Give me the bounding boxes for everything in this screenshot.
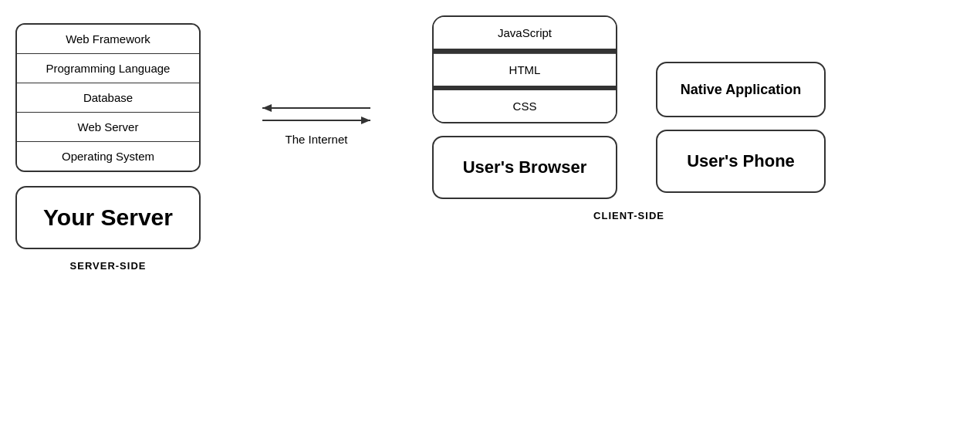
double-arrow-icon [255,100,378,128]
server-stack: Web Framework Programming Language Datab… [15,23,201,172]
internet-section: The Internet [239,100,394,146]
client-section-label: CLIENT-SIDE [432,210,826,221]
server-section-label: SERVER-SIDE [70,260,147,272]
users-browser-label: User's Browser [463,157,587,177]
native-app-box: Native Application [656,62,826,117]
browser-stack: JavaScript HTML CSS [432,15,617,123]
html-item: HTML [434,53,616,87]
client-side-section: JavaScript HTML CSS User's Browser Nativ… [432,15,826,221]
operating-system-item: Operating System [17,142,199,171]
client-columns: JavaScript HTML CSS User's Browser Nativ… [432,15,826,199]
phone-column: Native Application User's Phone [656,15,826,193]
programming-language-item: Programming Language [17,54,199,83]
css-item: CSS [434,90,616,122]
browser-column: JavaScript HTML CSS User's Browser [432,15,617,199]
web-framework-item: Web Framework [17,25,199,54]
web-server-item: Web Server [17,113,199,142]
svg-marker-1 [262,104,272,112]
server-side-section: Web Framework Programming Language Datab… [15,23,201,272]
arrow-container: The Internet [255,100,378,146]
diagram-container: Web Framework Programming Language Datab… [0,0,980,446]
users-phone-box: User's Phone [656,130,826,193]
users-phone-label: User's Phone [687,151,795,171]
javascript-item: JavaScript [434,17,616,50]
native-app-label: Native Application [681,82,801,98]
users-browser-box: User's Browser [432,136,617,199]
svg-marker-3 [361,117,370,124]
internet-label: The Internet [286,133,348,146]
database-item: Database [17,83,199,113]
your-server-box: Your Server [15,186,201,249]
your-server-label: Your Server [43,204,173,231]
